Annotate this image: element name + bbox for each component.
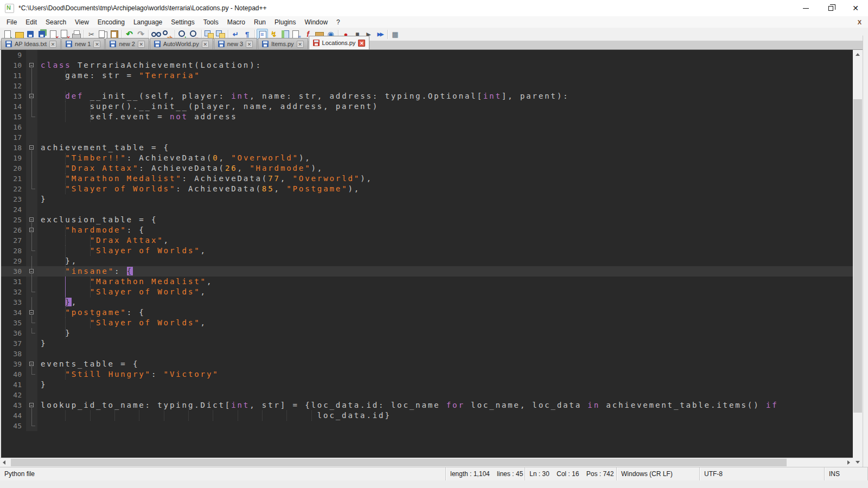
horizontal-scrollbar[interactable] xyxy=(0,458,853,467)
code-line[interactable]: 22 "Slayer of Worlds": AchieveData(85, "… xyxy=(1,184,853,194)
code-line[interactable]: 37} xyxy=(1,338,853,349)
fold-collapse-icon[interactable] xyxy=(26,307,37,318)
tab-close-icon[interactable]: ✕ xyxy=(202,41,209,48)
code-line[interactable]: 31 "Marathon Medalist", xyxy=(1,277,853,287)
code-line[interactable]: 13 def __init__(self, player: int, name:… xyxy=(1,91,853,101)
tab-items.py[interactable]: Items.py✕ xyxy=(258,38,308,49)
menu-window[interactable]: Window xyxy=(300,17,332,27)
tab-close-icon[interactable]: ✕ xyxy=(358,40,365,47)
fold-collapse-icon[interactable] xyxy=(26,215,37,225)
macro-run-multiple-icon[interactable]: ▶▶ xyxy=(374,29,386,40)
menu-run[interactable]: Run xyxy=(250,17,270,27)
status-doc-type: Python file xyxy=(0,467,446,480)
menu-plugins[interactable]: Plugins xyxy=(270,17,300,27)
code-line[interactable]: 32 "Slayer of Worlds", xyxy=(1,287,853,297)
tab-close-icon[interactable]: ✕ xyxy=(138,41,145,48)
menu-macro[interactable]: Macro xyxy=(223,17,250,27)
fold-collapse-icon[interactable] xyxy=(26,143,37,153)
code-line[interactable]: 35 "Slayer of Worlds", xyxy=(1,318,853,328)
code-line[interactable]: 33 }, xyxy=(1,297,853,307)
scroll-down-icon[interactable] xyxy=(856,461,860,464)
code-line[interactable]: 43lookup_id_to_name: typing.Dict[int, st… xyxy=(1,400,853,410)
code-line[interactable]: 9 xyxy=(1,50,853,60)
window-controls: ✕ xyxy=(793,0,868,16)
fold-collapse-icon[interactable] xyxy=(26,266,37,277)
restore-button[interactable] xyxy=(818,0,843,16)
code-line[interactable]: 23} xyxy=(1,194,853,204)
code-line[interactable]: 28 "Slayer of Worlds", xyxy=(1,246,853,256)
code-line[interactable]: 20 "Drax Attax": AchieveData(26, "Hardmo… xyxy=(1,163,853,174)
close-document-icon[interactable]: X xyxy=(858,19,861,25)
code-line[interactable]: 36 } xyxy=(1,328,853,338)
code-line[interactable]: 40 "Still Hungry": "Victory" xyxy=(1,369,853,380)
code-line[interactable]: 15 self.event = not address xyxy=(1,112,853,122)
menu-language[interactable]: Language xyxy=(129,17,167,27)
code-line[interactable]: 14 super().__init__(player, name, addres… xyxy=(1,101,853,112)
code-line[interactable]: 21 "Marathon Medalist": AchieveData(77, … xyxy=(1,174,853,184)
menu-search[interactable]: Search xyxy=(41,17,71,27)
code-line[interactable]: 26 "hardmode": { xyxy=(1,225,853,235)
tab-close-icon[interactable]: ✕ xyxy=(246,41,253,48)
fold-collapse-icon[interactable] xyxy=(26,60,37,70)
code-line[interactable]: 18achievement_table = { xyxy=(1,143,853,153)
code-line[interactable]: 27 "Drax Attax", xyxy=(1,235,853,246)
tab-new-1[interactable]: new 1✕ xyxy=(61,38,105,49)
macro-save-icon[interactable]: ▦ xyxy=(390,29,401,40)
code-line[interactable]: 12 xyxy=(1,81,853,91)
tab-close-icon[interactable]: ✕ xyxy=(49,41,56,48)
fold-margin xyxy=(26,318,37,328)
tab-locations.py[interactable]: Locations.py✕ xyxy=(309,36,370,49)
fold-collapse-icon[interactable] xyxy=(26,91,37,101)
menu-view[interactable]: View xyxy=(71,17,93,27)
indent-guide xyxy=(90,277,91,287)
scroll-up-icon[interactable] xyxy=(856,53,860,56)
horizontal-scrollbar-thumb[interactable] xyxy=(11,459,787,466)
code-line[interactable]: 45 xyxy=(1,421,853,431)
token-string: "postgame" xyxy=(65,308,126,317)
fold-margin xyxy=(26,70,37,81)
code-line[interactable]: 38 xyxy=(1,349,853,359)
tab-new-3[interactable]: new 3✕ xyxy=(214,38,257,49)
menu-?[interactable]: ? xyxy=(332,17,344,27)
line-number: 37 xyxy=(1,338,26,349)
menu-tools[interactable]: Tools xyxy=(199,17,223,27)
scroll-right-icon[interactable] xyxy=(847,460,850,465)
fold-collapse-icon[interactable] xyxy=(26,225,37,235)
token-text: ], parent): xyxy=(502,92,570,100)
minimize-button[interactable] xyxy=(793,0,818,16)
code-line[interactable]: 24 xyxy=(1,204,853,215)
tab-close-icon[interactable]: ✕ xyxy=(93,41,100,48)
code-line[interactable]: 41} xyxy=(1,380,853,390)
tab-autoworld.py[interactable]: AutoWorld.py✕ xyxy=(150,38,213,49)
code-line[interactable]: 44 loc_data.id} xyxy=(1,410,853,421)
fold-collapse-icon[interactable] xyxy=(26,400,37,410)
tab-close-icon[interactable]: ✕ xyxy=(297,41,304,48)
code-line[interactable]: 17 xyxy=(1,132,853,143)
code-line[interactable]: 29 }, xyxy=(1,256,853,266)
menu-settings[interactable]: Settings xyxy=(167,17,199,27)
code-line[interactable]: 42 xyxy=(1,390,853,400)
tab-new-2[interactable]: new 2✕ xyxy=(105,38,149,49)
menu-file[interactable]: File xyxy=(2,17,21,27)
tab-ap-ideas.txt[interactable]: AP Ideas.txt✕ xyxy=(1,38,61,49)
code-line[interactable]: 39events_table = { xyxy=(1,359,853,369)
close-button[interactable]: ✕ xyxy=(843,0,868,16)
menu-edit[interactable]: Edit xyxy=(21,17,41,27)
code-line[interactable]: 19 "Timber!!": AchieveData(0, "Overworld… xyxy=(1,153,853,163)
fold-margin xyxy=(26,256,37,266)
status-insert-mode[interactable]: INS xyxy=(825,467,868,480)
fold-collapse-icon[interactable] xyxy=(26,359,37,369)
code-line[interactable]: 10class TerrariaAchievement(Location): xyxy=(1,60,853,70)
line-number: 32 xyxy=(1,287,26,297)
tab-bar: AP Ideas.txt✕new 1✕new 2✕AutoWorld.py✕ne… xyxy=(0,41,868,50)
code-line[interactable]: 34 "postgame": { xyxy=(1,307,853,318)
vertical-scrollbar-thumb[interactable] xyxy=(853,99,862,413)
menu-encoding[interactable]: Encoding xyxy=(93,17,129,27)
code-editor[interactable]: 910class TerrariaAchievement(Location):1… xyxy=(0,50,853,458)
scroll-left-icon[interactable] xyxy=(3,460,5,465)
vertical-scrollbar[interactable] xyxy=(853,50,863,467)
code-line[interactable]: 16 xyxy=(1,122,853,132)
code-line[interactable]: 11 game: str = "Terraria" xyxy=(1,70,853,81)
code-line[interactable]: 25exclusion_table = { xyxy=(1,215,853,225)
code-line[interactable]: 30 "insane": { xyxy=(1,266,853,277)
